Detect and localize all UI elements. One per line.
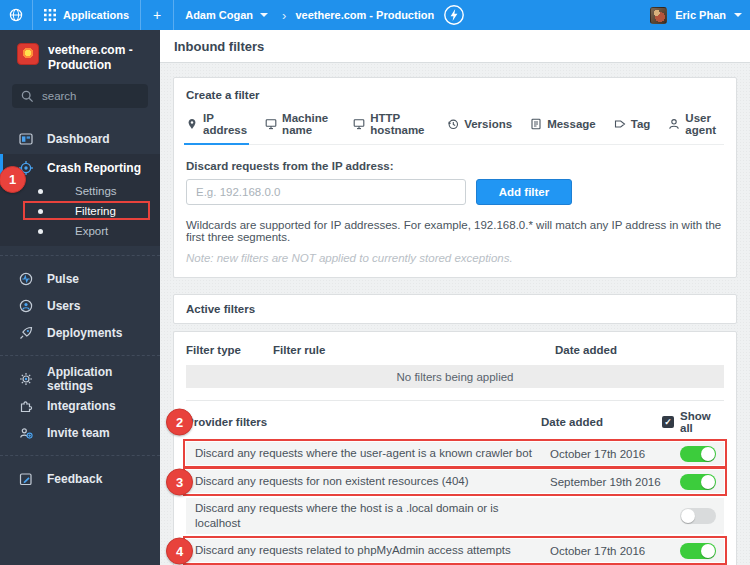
filter-rule-text: Discard any requests where the user-agen… (195, 446, 550, 461)
rocket-icon (18, 325, 34, 341)
page-header: Inbound filters (160, 30, 750, 63)
current-application[interactable]: veethere.com - Production (0, 30, 160, 73)
application-title: veethere.com - Production (48, 43, 133, 73)
pulse-icon (18, 271, 34, 287)
tab-versions[interactable]: Versions (447, 112, 512, 144)
filter-rule-text: Discard any requests for non existent re… (195, 474, 550, 489)
show-all-control[interactable]: Show all (662, 410, 724, 434)
divider (0, 255, 160, 256)
divider (0, 455, 160, 456)
sidebar-item-export[interactable]: Export (0, 221, 160, 241)
filters-note-text: Note: new filters are NOT applied to cur… (186, 252, 724, 264)
create-filter-title: Create a filter (186, 89, 724, 101)
tab-ip-address[interactable]: IP address (186, 112, 247, 144)
filter-toggle[interactable] (680, 508, 716, 524)
filter-rule-text: Discard any requests where the host is a… (195, 501, 550, 531)
puzzle-icon (18, 398, 34, 414)
bullet-icon (38, 229, 43, 234)
pin-icon (186, 118, 198, 130)
account-dropdown[interactable]: Adam Cogan (174, 0, 279, 30)
tab-machine-name[interactable]: Machine name (265, 112, 335, 144)
user-icon (668, 118, 680, 130)
globe-icon[interactable] (0, 0, 32, 30)
add-filter-button[interactable]: Add filter (476, 179, 572, 205)
provider-filter-row: Discard any requests for non existent re… (186, 470, 724, 493)
provider-date-column: Date added (541, 416, 662, 428)
sidebar-item-invite-team[interactable]: Invite team (0, 419, 160, 446)
application-icon (17, 43, 39, 65)
crash-reporting-section: Crash Reporting Settings Filtering Expor… (0, 154, 160, 246)
ip-address-input[interactable] (186, 179, 466, 205)
bullet-icon (38, 209, 43, 214)
monitor-icon (265, 118, 277, 130)
provider-filters-header: Provider filters Date added Show all 2 (186, 400, 724, 442)
breadcrumb-chevron-icon (279, 8, 289, 23)
filter-date: October 17th 2016 (550, 545, 671, 557)
provider-filter-row: Discard any requests where the host is a… (186, 498, 724, 534)
application-name: veethere.com - Production (295, 9, 434, 21)
filter-toggle[interactable] (680, 446, 716, 462)
search-placeholder: search (42, 90, 77, 102)
divider (0, 355, 160, 356)
annotation-callout-1: 1 (0, 166, 26, 193)
chevron-down-icon (734, 13, 742, 17)
profile-menu[interactable]: Eric Phan (650, 0, 742, 30)
breadcrumb-application[interactable]: veethere.com - Production (289, 0, 445, 30)
sidebar-item-integrations[interactable]: Integrations (0, 392, 160, 419)
applications-label: Applications (63, 9, 129, 21)
filter-date: October 17th 2016 (550, 448, 671, 460)
tab-tag[interactable]: Tag (614, 112, 651, 144)
search-input[interactable]: search (12, 84, 148, 108)
filter-toggle[interactable] (680, 474, 716, 490)
monitor-icon (353, 118, 365, 130)
sidebar-item-feedback[interactable]: Feedback (0, 465, 160, 492)
content-area: Create a filter IP address Machine name (160, 63, 750, 565)
tab-http-hostname[interactable]: HTTP hostname (353, 112, 429, 144)
feedback-pencil-icon (18, 471, 34, 487)
sidebar-item-filtering[interactable]: Filtering (0, 201, 160, 221)
filter-type-tabs: IP address Machine name HTTP hostname (186, 112, 724, 145)
page-title: Inbound filters (174, 39, 264, 54)
filter-toggle[interactable] (680, 543, 716, 559)
add-filter-form: Add filter (186, 179, 724, 205)
show-all-checkbox[interactable] (662, 416, 674, 428)
message-document-icon (530, 118, 542, 130)
account-name: Adam Cogan (185, 9, 253, 21)
tab-user-agent[interactable]: User agent (668, 112, 724, 144)
history-clock-icon (447, 118, 459, 130)
sidebar-item-dashboard[interactable]: Dashboard (0, 125, 160, 152)
filter-rule-text: Discard any requests related to phpMyAdm… (195, 543, 550, 558)
provider-filter-row: Discard any requests related to phpMyAdm… (186, 539, 724, 562)
sidebar-item-deployments[interactable]: Deployments (0, 319, 160, 346)
provider-filter-row: Discard any requests where the user-agen… (186, 442, 724, 465)
create-filter-card: Create a filter IP address Machine name (173, 77, 737, 278)
gear-icon (18, 371, 34, 387)
tab-message[interactable]: Message (530, 112, 596, 144)
filter-date: September 19th 2016 (550, 476, 671, 488)
wildcard-help-text: Wildcards are supported for IP addresses… (186, 219, 724, 243)
filters-table-card: Filter type Filter rule Date added No fi… (173, 331, 737, 565)
provider-filters-title: Provider filters (186, 416, 541, 428)
add-application-button[interactable]: + (141, 0, 173, 30)
ip-field-label: Discard requests from the IP address: (186, 160, 724, 172)
main-content: Inbound filters Create a filter IP addre… (160, 30, 750, 565)
annotation-callout-3: 3 (166, 468, 193, 495)
apps-grid-icon (44, 9, 56, 21)
column-filter-rule: Filter rule (273, 344, 555, 356)
sidebar-item-users[interactable]: Users (0, 292, 160, 319)
users-icon (18, 298, 34, 314)
sidebar-item-application-settings[interactable]: Application settings (0, 365, 160, 392)
sidebar-item-pulse[interactable]: Pulse (0, 265, 160, 292)
active-filters-title: Active filters (186, 303, 724, 315)
no-filters-message: No filters being applied (186, 365, 724, 388)
dashboard-icon (18, 131, 34, 147)
column-filter-type: Filter type (186, 344, 273, 356)
search-icon (21, 90, 34, 103)
lightning-icon[interactable] (443, 4, 465, 26)
top-navigation-bar: Applications + Adam Cogan veethere.com -… (0, 0, 750, 30)
applications-menu-button[interactable]: Applications (33, 0, 140, 30)
active-filters-header-card: Active filters (173, 294, 737, 324)
invite-team-icon (18, 425, 34, 441)
chevron-down-icon (260, 13, 268, 17)
annotation-callout-4: 4 (166, 537, 193, 564)
